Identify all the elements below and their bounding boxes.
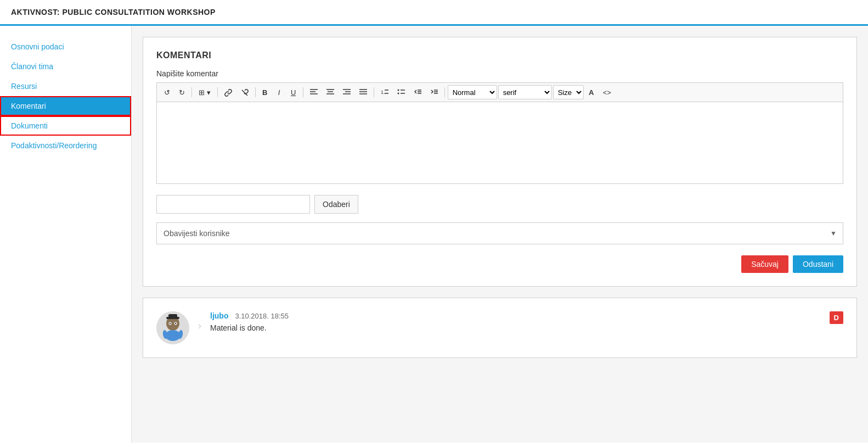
undo-button[interactable]: ↺	[160, 86, 174, 99]
ordered-list-button[interactable]: 1.	[377, 86, 392, 99]
action-buttons: Sačuvaj Odustani	[156, 255, 843, 273]
align-right-button[interactable]	[339, 86, 354, 99]
align-justify-button[interactable]	[356, 86, 371, 99]
align-center-button[interactable]	[323, 86, 338, 99]
cancel-button[interactable]: Odustani	[793, 255, 843, 273]
sidebar-item-podaktivnosti[interactable]: Podaktivnosti/Reordering	[0, 136, 131, 155]
indent-decrease-button[interactable]	[410, 86, 425, 99]
editor-toolbar: ↺ ↻ ⊞ ▾ B	[156, 82, 843, 102]
redo-button[interactable]: ↻	[175, 86, 189, 99]
svg-point-34	[165, 330, 181, 341]
font-select[interactable]: serif sans-serif monospace	[498, 85, 552, 99]
style-select[interactable]: Normal Heading 1 Heading 2	[448, 85, 497, 99]
unordered-list-button[interactable]	[393, 86, 409, 99]
form-label: Napišite komentar	[156, 69, 843, 78]
svg-point-33	[175, 323, 176, 324]
save-button[interactable]: Sačuvaj	[741, 255, 788, 273]
italic-button[interactable]: I	[273, 86, 286, 99]
sidebar-item-komentari[interactable]: Komentari	[0, 96, 131, 116]
delete-comment-button[interactable]: D	[830, 311, 843, 324]
notify-wrapper: Obavijesti korisnike	[156, 222, 843, 244]
comment-meta: ljubo 3.10.2018. 18:55	[210, 311, 843, 320]
separator-1	[191, 87, 192, 97]
title-text: AKTIVNOST: PUBLIC CONSULTATITION WORKSHO…	[11, 8, 216, 16]
separator-2	[217, 87, 218, 97]
file-upload-row: Odaberi	[156, 195, 843, 214]
bold-button[interactable]: B	[258, 86, 272, 99]
notify-select[interactable]: Obavijesti korisnike	[156, 222, 843, 244]
svg-point-32	[170, 323, 171, 324]
indent-increase-button[interactable]	[426, 86, 442, 99]
sidebar-item-clanovi-tima[interactable]: Članovi tima	[0, 57, 131, 76]
source-button[interactable]: <>	[599, 86, 615, 99]
comment-arrow: ›	[198, 320, 201, 332]
font-color-button[interactable]: A	[585, 86, 598, 99]
sidebar-item-resursi[interactable]: Resursi	[0, 76, 131, 96]
sidebar: Osnovni podaci Članovi tima Resursi Kome…	[0, 26, 132, 443]
link-button[interactable]	[221, 86, 236, 99]
select-file-button[interactable]: Odaberi	[314, 195, 358, 214]
align-left-button[interactable]	[306, 86, 322, 99]
comment-item: › ljubo 3.10.2018. 18:55 Material is don…	[156, 311, 843, 344]
size-select[interactable]: Size 8 10 12 14 16 18	[553, 85, 584, 99]
svg-text:1.: 1.	[381, 90, 385, 95]
section-title: KOMENTARI	[156, 51, 843, 60]
page-title: AKTIVNOST: PUBLIC CONSULTATITION WORKSHO…	[0, 0, 868, 26]
separator-3	[255, 87, 256, 97]
sidebar-item-osnovni-podaci[interactable]: Osnovni podaci	[0, 37, 131, 57]
comments-section: › ljubo 3.10.2018. 18:55 Material is don…	[143, 298, 857, 358]
sidebar-item-dokumenti[interactable]: Dokumenti	[0, 116, 131, 136]
separator-6	[444, 87, 445, 97]
avatar	[156, 311, 189, 344]
comment-editor[interactable]	[156, 102, 843, 184]
file-input[interactable]	[156, 195, 310, 214]
comment-text: Material is done.	[210, 323, 843, 332]
comment-author: ljubo	[210, 311, 228, 320]
svg-rect-29	[168, 314, 177, 319]
underline-button[interactable]: U	[287, 86, 300, 99]
table-button[interactable]: ⊞ ▾	[195, 86, 215, 99]
svg-point-16	[397, 89, 399, 91]
main-content: KOMENTARI Napišite komentar ↺ ↻ ⊞ ▾	[132, 26, 868, 443]
separator-4	[303, 87, 303, 97]
comment-body: ljubo 3.10.2018. 18:55 Material is done.	[210, 311, 843, 332]
unlink-button[interactable]	[237, 86, 252, 99]
comment-form-section: KOMENTARI Napišite komentar ↺ ↻ ⊞ ▾	[143, 37, 857, 287]
separator-5	[374, 87, 374, 97]
svg-point-17	[397, 92, 399, 94]
comment-date: 3.10.2018. 18:55	[235, 312, 289, 320]
